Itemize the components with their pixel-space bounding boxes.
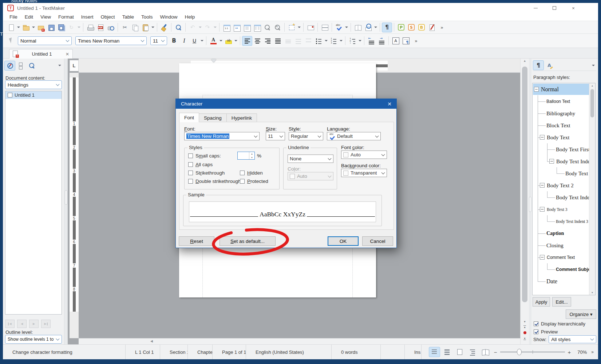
paragraph-styles-button[interactable]: ¶	[533, 60, 544, 70]
one-page-button[interactable]	[242, 23, 252, 32]
small-caps-percent-spinner[interactable]: ▲▼	[237, 152, 255, 160]
menu-view[interactable]: View	[37, 13, 55, 20]
vertical-ruler[interactable]: 12345678	[70, 73, 79, 338]
status-page-1-of-1[interactable]: Page 1 of 1	[213, 345, 246, 359]
spin-down-icon[interactable]: ▼	[249, 156, 254, 159]
zoom-in-button[interactable]: +	[566, 349, 573, 355]
increase-indent-button[interactable]	[376, 36, 387, 46]
style-item-body-text-indent[interactable]: Body Text Indent	[533, 155, 589, 167]
left-splitter[interactable]	[64, 59, 68, 344]
maximize-button[interactable]	[546, 3, 562, 13]
vertical-scrollbar[interactable]: ▲ ▼ ▲ ▼	[520, 59, 529, 344]
translate-button[interactable]	[363, 23, 373, 32]
statusbar-overflow-icon[interactable]: »	[588, 349, 594, 355]
menu-file[interactable]: File	[6, 13, 21, 20]
splitter-grip[interactable]	[65, 190, 67, 205]
menu-object[interactable]: Object	[97, 13, 119, 20]
open-document-button-dropdown[interactable]	[31, 23, 36, 32]
checkbox-checked-icon[interactable]	[534, 321, 538, 326]
mail-merge-button[interactable]	[305, 23, 316, 32]
spell-check-button-dropdown[interactable]	[344, 23, 349, 32]
style-item-bibliography[interactable]: Bibliography	[533, 107, 589, 119]
bullet-list-button[interactable]	[313, 36, 324, 46]
planmaker-button[interactable]: P	[396, 23, 406, 32]
font-style-select[interactable]: Regular	[289, 132, 323, 140]
edit-button[interactable]: Edit...	[552, 297, 571, 307]
font-color-select[interactable]: Auto	[341, 151, 387, 159]
align-center-button[interactable]	[252, 36, 262, 46]
font-name-combo[interactable]: Times New Roman	[75, 36, 147, 45]
object-mode-button[interactable]	[6, 36, 16, 46]
previous-object-button[interactable]: ▲	[521, 324, 528, 329]
style-item-body-text-first-in[interactable]: Body Text First In	[533, 143, 589, 155]
list-item-untitled-1[interactable]: Untitled 1	[5, 91, 62, 99]
style-item-body-text-firs[interactable]: Body Text Firs	[533, 167, 589, 179]
view-page-button[interactable]	[454, 347, 466, 357]
protected-checkbox[interactable]: Protected	[240, 179, 268, 184]
scroll-up-icon[interactable]: ▲	[589, 84, 595, 87]
dialog-title-bar[interactable]: Character ✕	[176, 99, 396, 109]
slider-knob[interactable]	[517, 349, 522, 355]
tab-hyperlink[interactable]: Hyperlink	[226, 113, 257, 122]
tab-spacing[interactable]: Spacing	[199, 113, 227, 122]
status-chapter-1[interactable]: Chapter 1	[188, 345, 213, 359]
highlight-button[interactable]	[223, 36, 233, 46]
print-button[interactable]	[85, 23, 95, 32]
menu-format[interactable]: Format	[55, 13, 78, 20]
last-item-button[interactable]: ▶	[41, 320, 51, 328]
file-versions-button[interactable]: ↻	[66, 23, 76, 32]
decrease-indent-button[interactable]	[366, 36, 376, 46]
underline-select[interactable]: None	[288, 155, 333, 163]
next-object-button[interactable]: ▼	[521, 336, 528, 341]
fit-width-button[interactable]	[232, 23, 242, 32]
pdf-edit-button[interactable]	[427, 23, 437, 32]
view-continuous-button[interactable]	[442, 347, 453, 357]
menu-insert[interactable]: Insert	[78, 13, 97, 20]
style-item-comment-subject[interactable]: Comment Subject	[533, 263, 589, 275]
status-0-words[interactable]: 0 words	[332, 345, 381, 359]
style-item-balloon-text[interactable]: Balloon Text	[533, 95, 589, 107]
checkbox-checked-icon[interactable]	[534, 329, 538, 334]
outline-numbering-button[interactable]	[347, 36, 357, 46]
justify-button[interactable]	[273, 36, 283, 46]
open-document-button[interactable]	[21, 23, 31, 32]
tab-font[interactable]: Font	[179, 113, 199, 122]
style-item-closing[interactable]: Closing	[533, 239, 589, 251]
reset-button[interactable]: Reset	[179, 236, 214, 246]
font-color-button[interactable]: A	[208, 36, 218, 46]
translate-button-dropdown[interactable]	[373, 23, 378, 32]
status-change-character-formatting[interactable]: Change character formatting	[3, 345, 126, 359]
zoom-lens-button[interactable]	[262, 23, 272, 32]
menu-help[interactable]: Help	[181, 13, 198, 20]
presentations-button[interactable]: S	[406, 23, 416, 32]
dialog-close-icon[interactable]: ✕	[384, 100, 395, 108]
numbered-list-button[interactable]	[328, 36, 339, 46]
horizontal-scrollbar[interactable]: ◀	[79, 338, 520, 344]
zoom-slider[interactable]	[500, 348, 565, 356]
paragraph-space-below-button[interactable]	[293, 36, 303, 46]
menu-window[interactable]: Window	[156, 13, 181, 20]
numbered-list-button-dropdown[interactable]	[339, 36, 343, 46]
scrollbar-thumb[interactable]	[522, 67, 527, 302]
close-button[interactable]: ×	[565, 3, 581, 13]
status-l-1-col-1[interactable]: L 1 Col 1	[126, 345, 160, 359]
outline-level-select[interactable]: Show outline levels 1 to 9	[5, 335, 62, 344]
italic-button[interactable]: I	[179, 36, 189, 46]
new-document-button[interactable]	[6, 23, 16, 32]
view-outline-button[interactable]	[467, 347, 478, 357]
show-styles-select[interactable]: All styles	[549, 335, 596, 343]
display-hierarchically-checkbox[interactable]: Display hierarchically	[534, 321, 585, 327]
scroll-up-icon[interactable]: ▲	[521, 59, 529, 63]
status-empty[interactable]	[381, 345, 405, 359]
scroll-down-icon[interactable]: ▼	[521, 319, 528, 324]
file-versions-button-dropdown[interactable]	[76, 23, 81, 32]
minimize-button[interactable]	[527, 3, 543, 13]
close-tab-icon[interactable]: ✕	[64, 52, 70, 57]
status-english-united-states-[interactable]: English (United States)	[246, 345, 332, 359]
toolbar-overflow-button[interactable]: »	[437, 23, 447, 32]
outline-numbering-button-dropdown[interactable]	[357, 36, 362, 46]
background-color-select[interactable]: Transparent	[341, 169, 387, 177]
navigator-button[interactable]	[4, 61, 15, 71]
expander-minus-icon[interactable]	[540, 135, 545, 140]
ok-button[interactable]: OK	[328, 236, 359, 246]
